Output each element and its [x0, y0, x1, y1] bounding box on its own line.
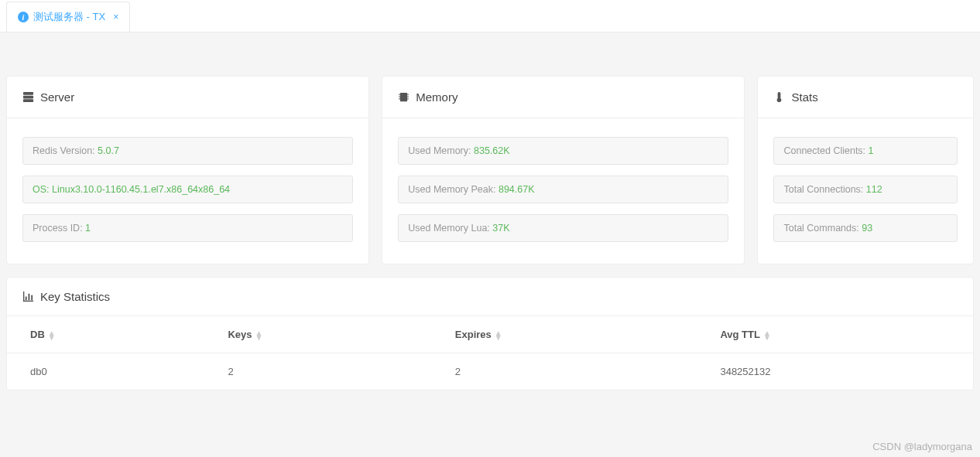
cell-expires: 2	[432, 353, 697, 390]
stat-value: 37K	[492, 223, 509, 234]
tab-server[interactable]: i 测试服务器 - TX ×	[6, 2, 130, 32]
keystats-header: Key Statistics	[7, 278, 973, 316]
card-server-title: Server	[40, 90, 74, 104]
stat-row: Process ID: 1	[22, 214, 353, 242]
stat-value: 93	[862, 223, 872, 234]
sort-icon: ▲▼	[255, 331, 263, 340]
stat-label: OS:	[33, 184, 52, 195]
info-icon: i	[18, 12, 29, 22]
card-stats-header: Stats	[758, 77, 973, 118]
stat-label: Connected Clients:	[783, 145, 868, 156]
keystats-table: DB▲▼ Keys▲▼ Expires▲▼ Avg TTL▲▼ db0 2 2 …	[7, 316, 973, 390]
card-memory-title: Memory	[416, 90, 457, 104]
stat-value: 5.0.7	[98, 145, 119, 156]
cell-avgttl: 348252132	[697, 353, 973, 390]
stat-row: Connected Clients: 1	[773, 137, 958, 165]
col-keys[interactable]: Keys▲▼	[204, 316, 431, 353]
memory-icon	[398, 91, 409, 103]
stat-row: Redis Version: 5.0.7	[22, 137, 353, 165]
stat-value: Linux3.10.0-1160.45.1.el7.x86_64x86_64	[52, 184, 230, 195]
stat-row: Used Memory: 835.62K	[398, 137, 728, 165]
svg-rect-5	[399, 97, 400, 97]
col-db[interactable]: DB▲▼	[7, 316, 204, 353]
svg-rect-8	[407, 97, 409, 97]
card-stats-body: Connected Clients: 1 Total Connections: …	[758, 118, 973, 264]
card-memory: Memory Used Memory: 835.62K Used Memory …	[382, 76, 745, 264]
svg-rect-1	[23, 96, 33, 99]
sort-icon: ▲▼	[763, 331, 771, 340]
svg-rect-9	[407, 98, 409, 99]
card-key-statistics: Key Statistics DB▲▼ Keys▲▼ Expires▲▼ Avg…	[6, 277, 974, 390]
cell-keys: 2	[204, 353, 431, 390]
card-server: Server Redis Version: 5.0.7 OS: Linux3.1…	[6, 76, 369, 264]
cell-db: db0	[7, 353, 204, 390]
tab-label: 测试服务器 - TX	[33, 10, 105, 24]
tabs-bar: i 测试服务器 - TX ×	[0, 0, 980, 32]
stat-row: OS: Linux3.10.0-1160.45.1.el7.x86_64x86_…	[22, 176, 353, 203]
svg-rect-2	[23, 99, 33, 102]
close-icon[interactable]: ×	[113, 12, 118, 22]
col-expires[interactable]: Expires▲▼	[432, 316, 697, 353]
stat-value: 1	[869, 145, 874, 156]
stat-label: Used Memory Peak:	[408, 184, 499, 195]
keystats-title: Key Statistics	[40, 290, 110, 303]
cards-row: Server Redis Version: 5.0.7 OS: Linux3.1…	[0, 32, 980, 277]
bar-chart-icon	[22, 291, 34, 302]
svg-rect-0	[23, 92, 33, 95]
watermark: CSDN @ladymorgana	[872, 441, 972, 452]
card-stats-title: Stats	[791, 90, 817, 104]
svg-rect-6	[399, 98, 400, 99]
card-memory-body: Used Memory: 835.62K Used Memory Peak: 8…	[382, 118, 744, 264]
thermometer-icon	[773, 91, 785, 103]
svg-rect-7	[407, 94, 409, 95]
stat-value: 894.67K	[499, 184, 535, 195]
stat-label: Total Connections:	[783, 184, 865, 195]
svg-rect-10	[778, 92, 781, 98]
svg-rect-14	[26, 297, 27, 301]
sort-icon: ▲▼	[495, 331, 502, 340]
stat-label: Process ID:	[33, 223, 85, 234]
svg-rect-13	[23, 301, 33, 302]
table-header-row: DB▲▼ Keys▲▼ Expires▲▼ Avg TTL▲▼	[7, 316, 973, 353]
svg-rect-16	[31, 295, 33, 301]
stat-row: Total Connections: 112	[773, 176, 958, 203]
card-server-header: Server	[7, 77, 368, 118]
svg-rect-4	[399, 94, 400, 95]
stat-label: Total Commands:	[783, 223, 862, 234]
server-icon	[22, 91, 34, 103]
table-row[interactable]: db0 2 2 348252132	[7, 353, 973, 390]
sort-icon: ▲▼	[48, 331, 56, 340]
card-stats: Stats Connected Clients: 1 Total Connect…	[757, 76, 974, 264]
svg-rect-12	[23, 292, 24, 302]
col-avgttl[interactable]: Avg TTL▲▼	[697, 316, 973, 353]
stat-row: Used Memory Peak: 894.67K	[398, 176, 728, 203]
stat-row: Used Memory Lua: 37K	[398, 214, 728, 242]
svg-rect-15	[29, 294, 30, 300]
stat-label: Used Memory Lua:	[408, 223, 492, 234]
stat-label: Redis Version:	[33, 145, 98, 156]
stat-value: 1	[85, 223, 91, 234]
card-server-body: Redis Version: 5.0.7 OS: Linux3.10.0-116…	[7, 118, 368, 264]
card-memory-header: Memory	[382, 77, 744, 118]
svg-point-11	[777, 97, 782, 102]
stat-label: Used Memory:	[408, 145, 474, 156]
svg-rect-3	[400, 93, 407, 101]
stat-row: Total Commands: 93	[773, 214, 958, 242]
stat-value: 835.62K	[474, 145, 510, 156]
stat-value: 112	[866, 184, 882, 195]
